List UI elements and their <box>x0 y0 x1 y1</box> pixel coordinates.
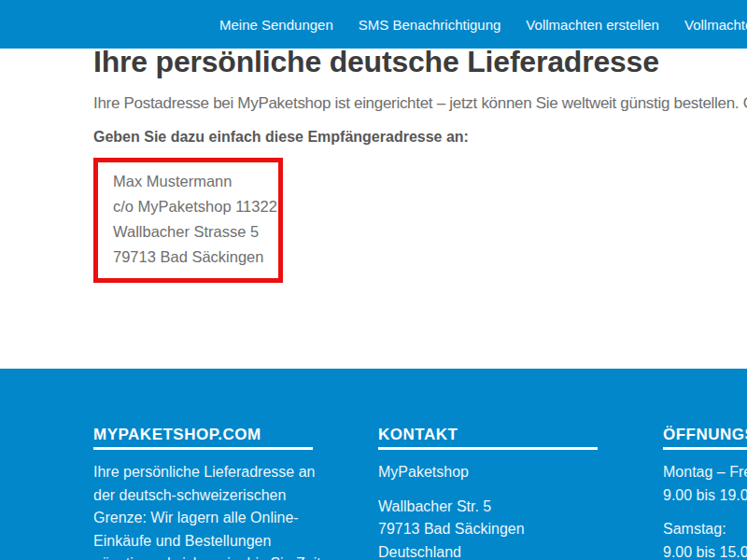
address-line: Wallbacher Strasse 5 <box>113 219 275 245</box>
viewport: Meine SendungenSMS BenachrichtigungVollm… <box>0 0 747 560</box>
footer: MYPAKETSHOP.COMIhre persönliche Lieferad… <box>0 369 747 560</box>
footer-paragraph: Samstag:9.00 bis 15.00 Uhr <box>663 518 747 560</box>
nav-item-vollmachten-uebersicht[interactable]: Vollmachten Übersicht <box>684 17 747 33</box>
footer-line: 79713 Bad Säckingen <box>378 518 598 541</box>
main-content: Ihre persönliche deutsche Lieferadresse … <box>0 43 747 283</box>
footer-line: Deutschland <box>378 541 598 560</box>
footer-paragraph: Wallbacher Str. 579713 Bad SäckingenDeut… <box>378 496 598 560</box>
footer-column-kontakt: KONTAKTMyPaketshopWallbacher Str. 579713… <box>378 427 598 560</box>
top-navigation: Meine SendungenSMS BenachrichtigungVollm… <box>0 0 747 49</box>
page: Meine SendungenSMS BenachrichtigungVollm… <box>0 43 747 283</box>
address-line: Max Mustermann <box>113 169 275 194</box>
footer-line: der deutsch-schweizerischen <box>93 484 313 508</box>
footer-line: 9.00 bis 15.00 Uhr <box>663 541 747 560</box>
footer-line: MyPaketshop <box>378 461 598 484</box>
footer-heading: KONTAKT <box>378 427 598 450</box>
footer-line: Grenze: Wir lagern alle Online- <box>93 507 313 530</box>
address-line: c/o MyPaketshop 11322 <box>113 194 275 219</box>
footer-line: Montag – Freitag: <box>663 461 747 484</box>
footer-line: 9.00 bis 19.00 Uhr <box>663 484 747 508</box>
footer-line: Samstag: <box>663 518 747 541</box>
instruction-text: Geben Sie dazu einfach diese Empfängerad… <box>93 129 747 146</box>
nav-item-vollmachten-erstellen[interactable]: Vollmachten erstellen <box>526 17 659 33</box>
footer-paragraph: Montag – Freitag:9.00 bis 19.00 Uhr <box>663 461 747 507</box>
footer-heading: MYPAKETSHOP.COM <box>93 427 313 450</box>
footer-heading: ÖFFNUNGSZEITEN <box>663 427 747 450</box>
footer-line: Einkäufe und Bestellungen <box>93 530 313 553</box>
footer-column-oeffnungszeiten: ÖFFNUNGSZEITENMontag – Freitag:9.00 bis … <box>663 427 747 560</box>
footer-paragraph: MyPaketshop <box>378 461 598 484</box>
footer-column-mypaketshop-com: MYPAKETSHOP.COMIhre persönliche Lieferad… <box>93 427 313 560</box>
footer-line: Wallbacher Str. 5 <box>378 496 598 519</box>
footer-paragraph: Ihre persönliche Lieferadresse ander deu… <box>93 461 313 560</box>
nav-item-sms-benachrichtigung[interactable]: SMS Benachrichtigung <box>359 17 501 33</box>
delivery-address-box: Max Mustermannc/o MyPaketshop 11322Wallb… <box>93 158 283 283</box>
nav-item-meine-sendungen[interactable]: Meine Sendungen <box>219 17 333 33</box>
footer-line: günstig und sicher ein, bis Sie Zeit <box>93 553 313 560</box>
page-title: Ihre persönliche deutsche Lieferadresse <box>93 43 747 80</box>
footer-line: Ihre persönliche Lieferadresse an <box>93 461 313 484</box>
intro-text: Ihre Postadresse bei MyPaketshop ist ein… <box>93 91 747 116</box>
address-line: 79713 Bad Säckingen <box>113 245 275 270</box>
